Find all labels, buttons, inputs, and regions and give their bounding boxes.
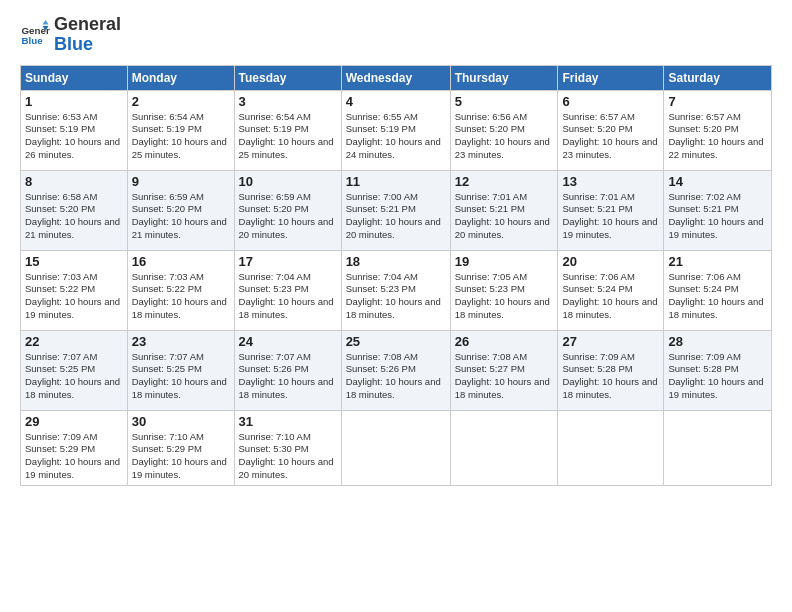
- calendar-week-2: 8 Sunrise: 6:58 AMSunset: 5:20 PMDayligh…: [21, 170, 772, 250]
- calendar-cell: 15 Sunrise: 7:03 AMSunset: 5:22 PMDaylig…: [21, 250, 128, 330]
- day-number: 29: [25, 414, 123, 429]
- calendar-cell: [558, 410, 664, 485]
- day-number: 18: [346, 254, 446, 269]
- day-detail: Sunrise: 7:01 AMSunset: 5:21 PMDaylight:…: [562, 191, 657, 240]
- calendar-cell: 19 Sunrise: 7:05 AMSunset: 5:23 PMDaylig…: [450, 250, 558, 330]
- page-header: General Blue General Blue: [20, 15, 772, 55]
- day-detail: Sunrise: 7:08 AMSunset: 5:27 PMDaylight:…: [455, 351, 550, 400]
- day-detail: Sunrise: 6:59 AMSunset: 5:20 PMDaylight:…: [132, 191, 227, 240]
- calendar-week-5: 29 Sunrise: 7:09 AMSunset: 5:29 PMDaylig…: [21, 410, 772, 485]
- day-detail: Sunrise: 7:06 AMSunset: 5:24 PMDaylight:…: [562, 271, 657, 320]
- day-number: 24: [239, 334, 337, 349]
- day-number: 8: [25, 174, 123, 189]
- day-detail: Sunrise: 7:07 AMSunset: 5:25 PMDaylight:…: [132, 351, 227, 400]
- day-detail: Sunrise: 7:10 AMSunset: 5:30 PMDaylight:…: [239, 431, 334, 480]
- day-detail: Sunrise: 7:03 AMSunset: 5:22 PMDaylight:…: [132, 271, 227, 320]
- day-detail: Sunrise: 7:04 AMSunset: 5:23 PMDaylight:…: [239, 271, 334, 320]
- day-detail: Sunrise: 7:10 AMSunset: 5:29 PMDaylight:…: [132, 431, 227, 480]
- day-number: 21: [668, 254, 767, 269]
- logo-icon: General Blue: [20, 20, 50, 50]
- day-number: 12: [455, 174, 554, 189]
- day-detail: Sunrise: 6:57 AMSunset: 5:20 PMDaylight:…: [668, 111, 763, 160]
- day-detail: Sunrise: 7:09 AMSunset: 5:28 PMDaylight:…: [562, 351, 657, 400]
- calendar-cell: 23 Sunrise: 7:07 AMSunset: 5:25 PMDaylig…: [127, 330, 234, 410]
- calendar-cell: 26 Sunrise: 7:08 AMSunset: 5:27 PMDaylig…: [450, 330, 558, 410]
- day-detail: Sunrise: 7:08 AMSunset: 5:26 PMDaylight:…: [346, 351, 441, 400]
- logo-text-blue: Blue: [54, 35, 121, 55]
- day-detail: Sunrise: 7:07 AMSunset: 5:25 PMDaylight:…: [25, 351, 120, 400]
- day-detail: Sunrise: 7:02 AMSunset: 5:21 PMDaylight:…: [668, 191, 763, 240]
- day-detail: Sunrise: 7:03 AMSunset: 5:22 PMDaylight:…: [25, 271, 120, 320]
- day-detail: Sunrise: 7:00 AMSunset: 5:21 PMDaylight:…: [346, 191, 441, 240]
- day-number: 16: [132, 254, 230, 269]
- calendar-cell: 24 Sunrise: 7:07 AMSunset: 5:26 PMDaylig…: [234, 330, 341, 410]
- day-number: 26: [455, 334, 554, 349]
- day-detail: Sunrise: 6:58 AMSunset: 5:20 PMDaylight:…: [25, 191, 120, 240]
- day-detail: Sunrise: 6:59 AMSunset: 5:20 PMDaylight:…: [239, 191, 334, 240]
- calendar-cell: 13 Sunrise: 7:01 AMSunset: 5:21 PMDaylig…: [558, 170, 664, 250]
- calendar-cell: 22 Sunrise: 7:07 AMSunset: 5:25 PMDaylig…: [21, 330, 128, 410]
- calendar-cell: 7 Sunrise: 6:57 AMSunset: 5:20 PMDayligh…: [664, 90, 772, 170]
- calendar-cell: 4 Sunrise: 6:55 AMSunset: 5:19 PMDayligh…: [341, 90, 450, 170]
- weekday-header-wednesday: Wednesday: [341, 65, 450, 90]
- calendar-cell: 21 Sunrise: 7:06 AMSunset: 5:24 PMDaylig…: [664, 250, 772, 330]
- calendar-cell: 8 Sunrise: 6:58 AMSunset: 5:20 PMDayligh…: [21, 170, 128, 250]
- calendar-cell: 2 Sunrise: 6:54 AMSunset: 5:19 PMDayligh…: [127, 90, 234, 170]
- day-detail: Sunrise: 7:01 AMSunset: 5:21 PMDaylight:…: [455, 191, 550, 240]
- day-detail: Sunrise: 7:05 AMSunset: 5:23 PMDaylight:…: [455, 271, 550, 320]
- logo: General Blue General Blue: [20, 15, 121, 55]
- calendar-cell: 10 Sunrise: 6:59 AMSunset: 5:20 PMDaylig…: [234, 170, 341, 250]
- calendar-cell: 14 Sunrise: 7:02 AMSunset: 5:21 PMDaylig…: [664, 170, 772, 250]
- day-detail: Sunrise: 7:06 AMSunset: 5:24 PMDaylight:…: [668, 271, 763, 320]
- day-number: 5: [455, 94, 554, 109]
- calendar-header-row: SundayMondayTuesdayWednesdayThursdayFrid…: [21, 65, 772, 90]
- calendar-week-1: 1 Sunrise: 6:53 AMSunset: 5:19 PMDayligh…: [21, 90, 772, 170]
- calendar-cell: 11 Sunrise: 7:00 AMSunset: 5:21 PMDaylig…: [341, 170, 450, 250]
- calendar-cell: 25 Sunrise: 7:08 AMSunset: 5:26 PMDaylig…: [341, 330, 450, 410]
- day-detail: Sunrise: 7:09 AMSunset: 5:28 PMDaylight:…: [668, 351, 763, 400]
- logo-text-general: General: [54, 15, 121, 35]
- day-detail: Sunrise: 6:55 AMSunset: 5:19 PMDaylight:…: [346, 111, 441, 160]
- weekday-header-sunday: Sunday: [21, 65, 128, 90]
- day-detail: Sunrise: 6:54 AMSunset: 5:19 PMDaylight:…: [132, 111, 227, 160]
- day-number: 13: [562, 174, 659, 189]
- day-detail: Sunrise: 6:53 AMSunset: 5:19 PMDaylight:…: [25, 111, 120, 160]
- day-number: 2: [132, 94, 230, 109]
- day-number: 30: [132, 414, 230, 429]
- day-number: 25: [346, 334, 446, 349]
- day-number: 6: [562, 94, 659, 109]
- weekday-header-tuesday: Tuesday: [234, 65, 341, 90]
- calendar-cell: [450, 410, 558, 485]
- weekday-header-saturday: Saturday: [664, 65, 772, 90]
- weekday-header-monday: Monday: [127, 65, 234, 90]
- calendar-cell: 5 Sunrise: 6:56 AMSunset: 5:20 PMDayligh…: [450, 90, 558, 170]
- day-number: 27: [562, 334, 659, 349]
- day-number: 17: [239, 254, 337, 269]
- calendar-cell: 30 Sunrise: 7:10 AMSunset: 5:29 PMDaylig…: [127, 410, 234, 485]
- weekday-header-thursday: Thursday: [450, 65, 558, 90]
- calendar-cell: 17 Sunrise: 7:04 AMSunset: 5:23 PMDaylig…: [234, 250, 341, 330]
- calendar-cell: 20 Sunrise: 7:06 AMSunset: 5:24 PMDaylig…: [558, 250, 664, 330]
- calendar-cell: 9 Sunrise: 6:59 AMSunset: 5:20 PMDayligh…: [127, 170, 234, 250]
- day-number: 22: [25, 334, 123, 349]
- day-detail: Sunrise: 7:09 AMSunset: 5:29 PMDaylight:…: [25, 431, 120, 480]
- calendar-week-4: 22 Sunrise: 7:07 AMSunset: 5:25 PMDaylig…: [21, 330, 772, 410]
- calendar-cell: 31 Sunrise: 7:10 AMSunset: 5:30 PMDaylig…: [234, 410, 341, 485]
- calendar-cell: 1 Sunrise: 6:53 AMSunset: 5:19 PMDayligh…: [21, 90, 128, 170]
- day-number: 9: [132, 174, 230, 189]
- day-number: 7: [668, 94, 767, 109]
- calendar-cell: 12 Sunrise: 7:01 AMSunset: 5:21 PMDaylig…: [450, 170, 558, 250]
- day-number: 1: [25, 94, 123, 109]
- weekday-header-friday: Friday: [558, 65, 664, 90]
- calendar-cell: [664, 410, 772, 485]
- day-number: 4: [346, 94, 446, 109]
- day-number: 31: [239, 414, 337, 429]
- day-number: 10: [239, 174, 337, 189]
- svg-text:Blue: Blue: [22, 35, 44, 46]
- calendar-cell: 27 Sunrise: 7:09 AMSunset: 5:28 PMDaylig…: [558, 330, 664, 410]
- day-detail: Sunrise: 7:04 AMSunset: 5:23 PMDaylight:…: [346, 271, 441, 320]
- day-detail: Sunrise: 6:57 AMSunset: 5:20 PMDaylight:…: [562, 111, 657, 160]
- day-detail: Sunrise: 7:07 AMSunset: 5:26 PMDaylight:…: [239, 351, 334, 400]
- day-detail: Sunrise: 6:54 AMSunset: 5:19 PMDaylight:…: [239, 111, 334, 160]
- day-number: 19: [455, 254, 554, 269]
